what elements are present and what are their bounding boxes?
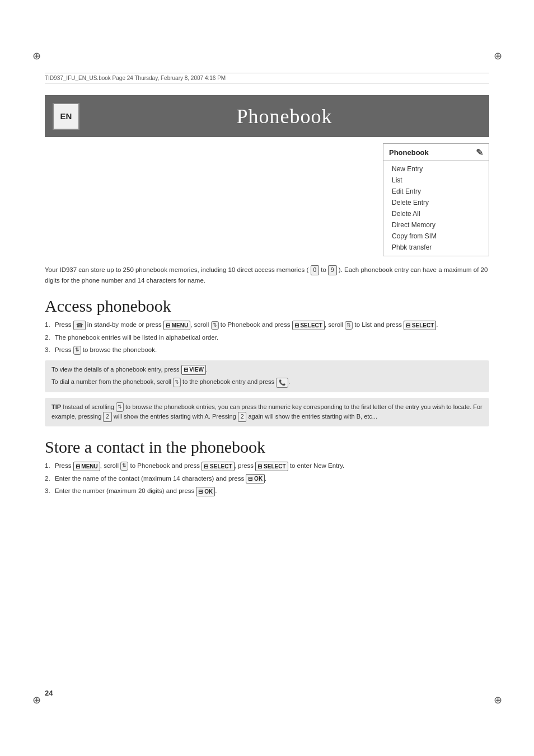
ok-button-2: ⊟ OK [196,487,215,496]
phonebook-menu-title: Phonebook [389,148,429,157]
section1-step2: 2. The phonebook entries will be listed … [45,333,489,342]
menu-button-2: ⊟ MENU [73,462,100,471]
scroll-icon-3: ⇅ [73,346,81,355]
section1-step3: 3. Press ⇅ to browse the phonebook. [45,345,489,355]
tip-box-view: To view the details of a phonebook entry… [45,360,489,392]
select-button-3: ⊟ SELECT [202,462,234,471]
view-button: ⊟ VIEW [181,365,206,375]
menu-button: ⊟ MENU [163,321,190,330]
lang-code: EN [60,111,72,121]
menu-item-copy-from-sim: Copy from SIM [383,231,489,242]
section2-step3: 3. Enter the number (maximum 20 digits) … [45,486,489,496]
section2-step2: 2. Enter the name of the contact (maximu… [45,474,489,483]
lang-code-box: EN [53,103,79,130]
edit-icon: ✎ [476,147,483,158]
reg-mark-tr: ⊕ [492,50,503,62]
reg-mark-bl: ⊕ [31,694,42,706]
call-button: 📞 [276,378,288,388]
section2-steps: 1. Press ⊟ MENU, scroll ⇅ to Phonebook a… [45,461,489,496]
key-9-icon: 9 [328,265,337,275]
intro-text: Your ID937 can store up to 250 phonebook… [45,265,489,285]
page-number: 24 [45,689,53,697]
ok-button-1: ⊟ OK [246,474,265,483]
reg-mark-br: ⊕ [492,694,503,706]
meta-line: TID937_IFU_EN_US.book Page 24 Thursday, … [45,73,489,83]
tip-dial-line: To dial a number from the phonebook, scr… [51,377,483,387]
page-title: Phonebook [79,105,489,128]
scroll-icon-4: ⇅ [173,378,181,387]
tip-note-text: TIP Instead of scrolling ⇅ to browse the… [51,402,483,422]
header-bar: EN Phonebook [45,95,489,137]
phonebook-menu-list: New Entry List Edit Entry Delete Entry D… [383,161,489,256]
section1-steps: 1. Press ☎ in stand-by mode or press ⊟ M… [45,320,489,355]
menu-item-delete-all: Delete All [383,208,489,219]
scroll-icon-5: ⇅ [116,402,124,411]
menu-item-phbk-transfer: Phbk transfer [383,242,489,253]
tip-note-box: TIP Instead of scrolling ⇅ to browse the… [45,398,489,427]
reg-mark-tl: ⊕ [31,50,42,62]
content-area: Phonebook ✎ New Entry List Edit Entry De… [45,143,489,499]
scroll-icon-1: ⇅ [211,321,219,330]
section2-step1: 1. Press ⊟ MENU, scroll ⇅ to Phonebook a… [45,461,489,471]
meta-text: TID937_IFU_EN_US.book Page 24 Thursday, … [45,75,226,81]
key-2b-icon: 2 [238,412,247,422]
menu-item-list: List [383,175,489,186]
section2-heading: Store a contact in the phonebook [45,438,489,457]
menu-item-edit-entry: Edit Entry [383,186,489,197]
select-button-1: ⊟ SELECT [292,321,325,330]
phonebook-menu-header: Phonebook ✎ [383,144,489,161]
section1-step1: 1. Press ☎ in stand-by mode or press ⊟ M… [45,320,489,330]
antenna-icon: ☎ [73,321,86,330]
key-0-icon: 0 [311,265,320,275]
select-button-2: ⊟ SELECT [404,321,436,330]
section1-heading: Access phonebook [45,297,489,316]
scroll-icon-2: ⇅ [345,321,353,330]
select-button-4: ⊟ SELECT [255,462,288,471]
scroll-icon-6: ⇅ [120,462,128,471]
menu-item-delete-entry: Delete Entry [383,197,489,208]
menu-item-new-entry: New Entry [383,163,489,175]
menu-item-direct-memory: Direct Memory [383,219,489,231]
key-2-icon: 2 [103,412,112,422]
phonebook-menu-box: Phonebook ✎ New Entry List Edit Entry De… [383,143,489,256]
tip-view-line: To view the details of a phonebook entry… [51,365,483,375]
